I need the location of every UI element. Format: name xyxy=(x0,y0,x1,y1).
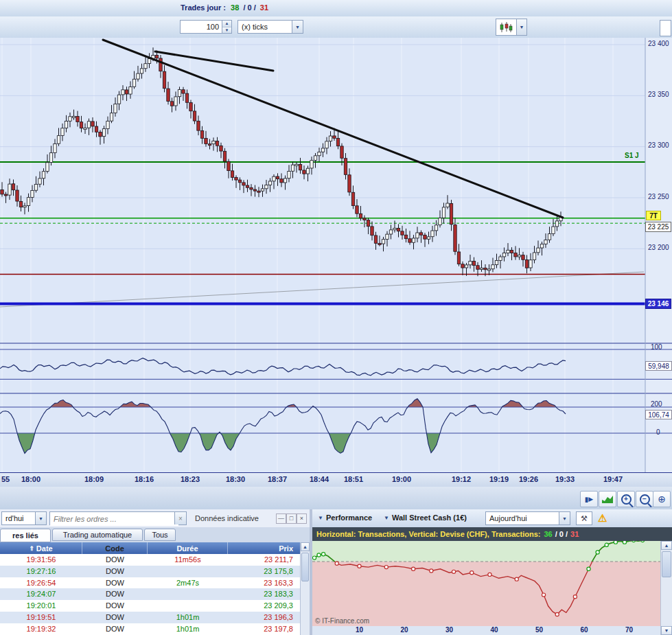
main-chart[interactable] xyxy=(0,38,672,472)
tab-ordres-lies[interactable]: res liés xyxy=(0,529,51,542)
orders-filter-input[interactable] xyxy=(50,512,178,526)
badge-7t: 7T xyxy=(646,211,661,220)
trades-wins: 38 xyxy=(231,3,239,12)
perf-chart[interactable] xyxy=(312,541,660,626)
chevron-down-icon[interactable]: ▼ xyxy=(516,19,526,35)
table-row[interactable]: 19:19:32 DOW 1h01m 23 197,8 xyxy=(0,623,300,635)
orders-panel-title: Données indicative xyxy=(195,514,259,522)
tab-tous[interactable]: Tous xyxy=(144,529,176,541)
price-axis-label: 23 250 xyxy=(648,193,671,200)
orders-filter: × xyxy=(49,511,187,525)
perf-axis-label: 20 xyxy=(397,626,411,634)
chevron-down-icon[interactable]: ▼ xyxy=(35,512,46,524)
chevron-down-icon: ▼ xyxy=(318,515,323,521)
order-code: DOW xyxy=(82,612,148,623)
chart-nav-strip: ▮ ▶ + − ⊕ xyxy=(0,487,672,510)
trade-marker xyxy=(470,571,474,575)
chevron-down-icon[interactable]: ▼ xyxy=(292,21,303,33)
perf-scrollbar[interactable]: ▲ ▼ xyxy=(660,541,672,635)
step-forward-button[interactable]: ▮ ▶ xyxy=(580,491,598,507)
watermark: © IT-Finance.com xyxy=(315,617,369,625)
trade-marker xyxy=(488,573,491,576)
orders-scrollbar[interactable]: ▲ xyxy=(300,542,310,635)
trade-marker xyxy=(587,567,590,570)
sort-icon[interactable]: ⇑ xyxy=(29,545,34,552)
tick-count-spin-buttons[interactable]: ▲ ▼ xyxy=(222,21,231,33)
tab-trading-automatique[interactable]: Trading automatique xyxy=(52,529,143,541)
table-row[interactable]: 19:24:07 DOW 23 183,3 xyxy=(0,588,300,600)
instrument-menu[interactable]: ▼ Wall Street Cash (1€) xyxy=(384,513,467,522)
tick-unit-select[interactable]: (x) ticks ▼ xyxy=(237,20,303,34)
perf-chart-area[interactable]: © IT-Finance.com xyxy=(312,541,660,626)
perf-period-select[interactable]: Aujourd'hui ▼ xyxy=(485,511,570,525)
fit-chart-button[interactable]: ⊕ xyxy=(653,491,671,507)
warning-icon: ⚠ xyxy=(598,512,607,524)
table-row[interactable]: 19:19:51 DOW 1h01m 23 196,3 xyxy=(0,612,300,623)
order-time: 19:24:07 xyxy=(0,588,82,600)
perf-axis-label: 10 xyxy=(353,626,367,634)
perf-info-prefix: Horizontal: Transactions, Vertical: Devi… xyxy=(316,530,540,538)
tick-count-stepper[interactable]: 100 ▲ ▼ xyxy=(180,20,232,34)
col-duree: Durée xyxy=(176,544,198,553)
trade-marker xyxy=(384,566,388,569)
order-duration xyxy=(148,566,228,577)
order-price: 23 183,3 xyxy=(228,588,300,600)
tab-label: res liés xyxy=(12,531,38,540)
trade-marker xyxy=(358,564,361,568)
chart-type-button[interactable]: ▼ xyxy=(496,19,527,36)
order-time: 19:19:51 xyxy=(0,612,82,623)
col-date: Date xyxy=(36,544,53,553)
scroll-down-icon[interactable]: ▼ xyxy=(661,626,672,635)
orders-period-select[interactable]: rd'hui ▼ xyxy=(1,511,47,525)
performance-menu-label: Performance xyxy=(326,513,372,522)
order-price: 23 196,3 xyxy=(228,612,300,623)
trade-marker xyxy=(312,556,316,559)
performance-header: ▼ Performance ▼ Wall Street Cash (1€) Au… xyxy=(312,509,672,528)
scroll-up-icon[interactable]: ▲ xyxy=(301,542,310,551)
time-axis-label: 19:19 xyxy=(489,475,509,483)
time-axis-label: 18:23 xyxy=(180,475,200,483)
trade-marker xyxy=(623,541,626,544)
perf-axis-label: 40 xyxy=(487,626,501,634)
chevron-down-icon[interactable]: ▼ xyxy=(559,512,570,524)
perf-period-value: Aujourd'hui xyxy=(489,514,527,522)
zoom-in-button[interactable]: + xyxy=(617,491,635,507)
trade-marker xyxy=(605,543,608,546)
orders-table-header[interactable]: ⇑ Date Code Durée Prix xyxy=(0,542,300,554)
performance-menu[interactable]: ▼ Performance xyxy=(318,513,372,522)
scrollbar-thumb[interactable] xyxy=(662,551,671,577)
zoom-out-button[interactable]: − xyxy=(636,491,653,507)
restore-icon[interactable]: □ xyxy=(286,513,297,524)
area-chart-button[interactable] xyxy=(599,491,616,507)
time-axis-label: 18:44 xyxy=(309,475,329,483)
trade-marker xyxy=(452,570,455,573)
scrollbar-thumb[interactable] xyxy=(301,553,309,581)
perf-axis-label: 50 xyxy=(533,626,546,634)
clear-filter-icon[interactable]: × xyxy=(174,512,186,524)
perf-x-axis: 10203040506070 xyxy=(312,626,660,635)
orders-tabs: res liés Trading automatique Tous xyxy=(0,527,310,543)
scroll-up-icon[interactable]: ▲ xyxy=(661,541,672,550)
close-icon[interactable]: × xyxy=(297,513,307,524)
table-row[interactable]: 19:20:01 DOW 23 209,3 xyxy=(0,600,300,612)
table-row[interactable]: 19:27:16 DOW 23 175,8 xyxy=(0,566,300,577)
table-row[interactable]: 19:31:56 DOW 11m56s 23 211,7 xyxy=(0,554,300,566)
trade-marker xyxy=(515,577,518,581)
trade-marker xyxy=(322,553,325,556)
performance-panel: ▼ Performance ▼ Wall Street Cash (1€) Au… xyxy=(312,509,672,635)
time-axis-label: 19:12 xyxy=(451,475,472,483)
price-axis-label: 23 200 xyxy=(648,244,671,251)
time-axis-label: 19:00 xyxy=(391,475,412,483)
axis-corner-button[interactable] xyxy=(660,20,671,36)
perf-settings-button[interactable]: ⚒ xyxy=(576,511,592,525)
perf-axis-label: 70 xyxy=(623,626,636,634)
spin-down-icon[interactable]: ▼ xyxy=(222,27,231,34)
spin-up-icon[interactable]: ▲ xyxy=(222,21,231,27)
price-axis-label: 23 350 xyxy=(648,91,671,98)
time-axis-label: 19:33 xyxy=(555,475,575,483)
indicator1-scale-label: 100 xyxy=(651,343,672,351)
minimize-icon[interactable]: — xyxy=(276,513,286,524)
table-row[interactable]: 19:26:54 DOW 2m47s 23 163,3 xyxy=(0,577,300,589)
perf-wins: 36 xyxy=(544,530,552,538)
order-code: DOW xyxy=(82,577,148,589)
